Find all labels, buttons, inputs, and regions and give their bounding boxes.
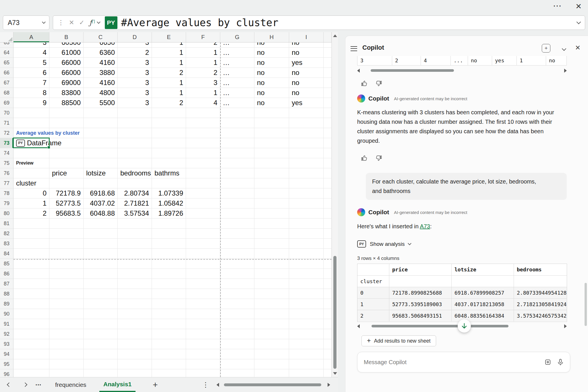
cell-D77[interactable] (118, 178, 152, 188)
cell-F74[interactable] (186, 148, 220, 158)
add-results-button[interactable]: + Add results to new sheet (361, 335, 436, 346)
row-header-69[interactable]: 69 (0, 98, 13, 108)
cell-E83[interactable] (152, 239, 186, 249)
cell-I89[interactable] (289, 299, 324, 309)
cell-I77[interactable] (289, 178, 324, 188)
cell-F72[interactable] (186, 128, 220, 138)
cell-F63[interactable]: 2 (186, 43, 220, 48)
cell-H73[interactable] (254, 138, 289, 148)
cell-filler-77[interactable] (324, 178, 332, 188)
cell-E74[interactable] (152, 148, 186, 158)
row-header-84[interactable]: 84 (0, 249, 13, 259)
cell-I83[interactable] (289, 239, 324, 249)
cell-B96[interactable] (49, 369, 84, 377)
cell-D76[interactable]: bedrooms (118, 168, 152, 178)
cell-I96[interactable] (289, 369, 324, 377)
cell-B79[interactable]: 52773.5 (49, 198, 84, 208)
cell-A84[interactable] (13, 249, 49, 259)
scroll-up-arrow-icon[interactable] (333, 34, 337, 37)
cell-A93[interactable] (13, 339, 49, 349)
cell-E89[interactable] (152, 299, 186, 309)
accept-icon[interactable]: ✓ (79, 19, 84, 26)
row-header-63[interactable]: 63 (0, 43, 13, 48)
cell-B76[interactable]: price (49, 168, 84, 178)
cell-D64[interactable]: 2 (118, 48, 152, 58)
cell-C95[interactable] (84, 359, 118, 369)
cell-F95[interactable] (186, 359, 220, 369)
cell-E70[interactable] (152, 108, 186, 118)
cell-H75[interactable] (254, 158, 289, 168)
cell-F77[interactable] (186, 178, 220, 188)
cell-H68[interactable]: no (254, 88, 289, 98)
cell-G79[interactable] (220, 198, 254, 208)
cell-C92[interactable] (84, 329, 118, 339)
function-chevron-icon[interactable] (97, 20, 100, 24)
scroll-left-arrow-icon[interactable] (216, 383, 219, 387)
grid-vertical-scrollbar[interactable] (332, 32, 338, 377)
cell-B92[interactable] (49, 329, 84, 339)
cell-G81[interactable] (220, 219, 254, 229)
cell-B94[interactable] (49, 349, 84, 359)
cell-I95[interactable] (289, 359, 324, 369)
cell-H91[interactable] (254, 319, 289, 329)
cell-H67[interactable]: no (254, 78, 289, 88)
cell-A79[interactable]: 1 (13, 198, 49, 208)
cell-D85[interactable] (118, 259, 152, 269)
cell-B87[interactable] (49, 279, 84, 289)
cell-A90[interactable] (13, 309, 49, 319)
cell-A94[interactable] (13, 349, 49, 359)
row-header-66[interactable]: 66 (0, 68, 13, 78)
microphone-icon[interactable] (557, 358, 564, 366)
column-header-I[interactable]: I (289, 32, 324, 42)
cell-C70[interactable] (84, 108, 118, 118)
cell-A68[interactable]: 8 (13, 88, 49, 98)
cell-E90[interactable] (152, 309, 186, 319)
cell-G73[interactable] (220, 138, 254, 148)
cell-A66[interactable]: 6 (13, 68, 49, 78)
cell-D66[interactable]: 3 (118, 68, 152, 78)
cell-filler-79[interactable] (324, 198, 332, 208)
cell-G70[interactable] (220, 108, 254, 118)
cell-filler-78[interactable] (324, 188, 332, 198)
row-header-92[interactable]: 92 (0, 329, 13, 339)
cell-E66[interactable]: 2 (152, 68, 186, 78)
cell-A74[interactable] (13, 148, 49, 158)
cell-G74[interactable] (220, 148, 254, 158)
row-header-64[interactable]: 64 (0, 48, 13, 58)
copilot-input-box[interactable] (357, 352, 570, 372)
cell-D67[interactable]: 3 (118, 78, 152, 88)
cell-filler-81[interactable] (324, 219, 332, 229)
cell-F81[interactable] (186, 219, 220, 229)
column-header-partial[interactable] (324, 32, 332, 42)
cell-A87[interactable] (13, 279, 49, 289)
cell-I88[interactable] (289, 289, 324, 299)
cell-B86[interactable] (49, 269, 84, 279)
cell-I78[interactable] (289, 188, 324, 198)
cell-filler-95[interactable] (324, 359, 332, 369)
vertical-scroll-thumb[interactable] (333, 256, 336, 369)
cell-D88[interactable] (118, 289, 152, 299)
row-header-71[interactable]: 71 (0, 118, 13, 128)
cell-I92[interactable] (289, 329, 324, 339)
cell-E76[interactable]: bathrms (152, 168, 186, 178)
row-header-76[interactable]: 76 (0, 168, 13, 178)
cell-I94[interactable] (289, 349, 324, 359)
cell-B93[interactable] (49, 339, 84, 349)
collapse-panel-chevron-icon[interactable] (562, 46, 566, 51)
cell-F85[interactable] (186, 259, 220, 269)
cell-E91[interactable] (152, 319, 186, 329)
cell-G94[interactable] (220, 349, 254, 359)
cell-B88[interactable] (49, 289, 84, 299)
cell-A70[interactable] (13, 108, 49, 118)
cell-I79[interactable] (289, 198, 324, 208)
cell-G91[interactable] (220, 319, 254, 329)
cell-G69[interactable]: … (220, 98, 254, 108)
cell-D89[interactable] (118, 299, 152, 309)
cell-B68[interactable]: 83800 (49, 88, 84, 98)
cell-D82[interactable] (118, 229, 152, 239)
cell-E73[interactable] (152, 138, 186, 148)
cell-H93[interactable] (254, 339, 289, 349)
row-header-72[interactable]: 72 (0, 128, 13, 138)
row-header-65[interactable]: 65 (0, 58, 13, 68)
scroll-right-arrow-icon[interactable] (328, 383, 330, 387)
